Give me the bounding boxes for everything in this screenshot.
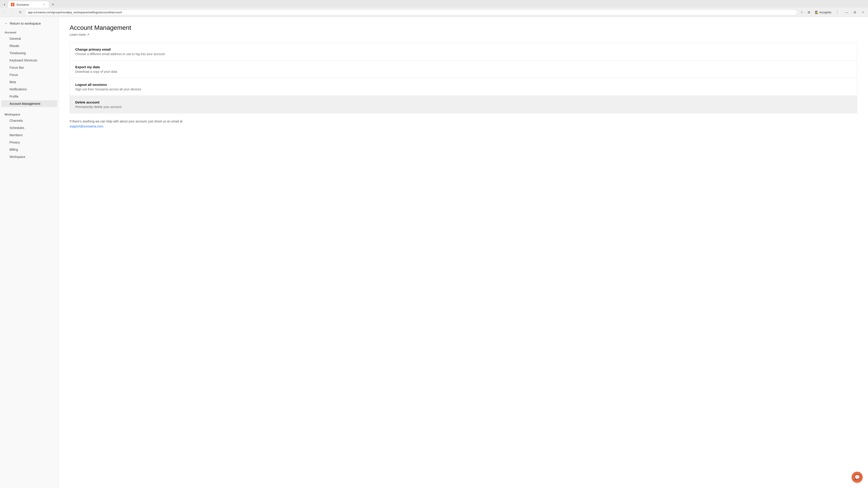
minimize-button[interactable]: — bbox=[844, 9, 850, 15]
help-text-content: If there's anything we can help with abo… bbox=[70, 120, 182, 123]
incognito-label: Incognito bbox=[819, 11, 831, 14]
delete-account-title: Delete account bbox=[75, 100, 851, 104]
incognito-button[interactable]: 🕵 Incognito bbox=[813, 10, 833, 15]
new-tab-button[interactable]: + bbox=[50, 1, 56, 8]
reload-button[interactable]: ↻ bbox=[17, 9, 24, 15]
support-email-link[interactable]: support@sunsama.com bbox=[70, 125, 103, 128]
sidebar-item-profile[interactable]: Profile bbox=[1, 93, 57, 100]
sidebar-item-privacy[interactable]: Privacy bbox=[1, 139, 57, 146]
sidebar-item-general[interactable]: General bbox=[1, 35, 57, 42]
tab-close-button[interactable]: × bbox=[42, 3, 46, 6]
learn-more-link[interactable]: Learn more ↗ bbox=[70, 33, 90, 36]
sidebar-item-channels[interactable]: Channels bbox=[1, 117, 57, 124]
export-data-card[interactable]: Export my data Download a copy of your d… bbox=[70, 60, 857, 78]
address-bar[interactable]: app.sunsama.com/group/moodjoy_workspace/… bbox=[25, 9, 797, 15]
browser-actions: ☆ ⊞ 🕵 Incognito ⋮ bbox=[799, 9, 840, 15]
chat-icon: 💬 bbox=[855, 475, 860, 480]
close-window-button[interactable]: × bbox=[860, 9, 866, 15]
learn-more-label: Learn more bbox=[70, 33, 86, 36]
change-email-title: Change primary email bbox=[75, 47, 851, 51]
logout-sessions-title: Logout all sessions bbox=[75, 83, 851, 87]
forward-button[interactable]: → bbox=[9, 9, 16, 15]
back-arrow-icon: ← bbox=[4, 22, 8, 25]
extensions-button[interactable]: ⊞ bbox=[806, 9, 812, 15]
sections-container: Change primary email Choose a different … bbox=[70, 43, 857, 113]
sidebar-item-workspace[interactable]: Workspace bbox=[1, 153, 57, 160]
help-text: If there's anything we can help with abo… bbox=[70, 119, 857, 129]
app-layout: ← Return to workspace Account General Ri… bbox=[0, 17, 868, 488]
main-content: Account Management Learn more ↗ Change p… bbox=[59, 17, 868, 488]
delete-account-card[interactable]: Delete account Permanently delete your a… bbox=[70, 96, 857, 113]
bookmark-button[interactable]: ☆ bbox=[799, 9, 805, 15]
page-title: Account Management bbox=[70, 24, 857, 31]
tab-favicon: S bbox=[11, 3, 14, 6]
support-chat-button[interactable]: 💬 bbox=[852, 472, 863, 483]
sidebar-item-focus[interactable]: Focus bbox=[1, 71, 57, 78]
incognito-icon: 🕵 bbox=[815, 11, 818, 14]
tab-title: Sunsama bbox=[16, 3, 41, 6]
sidebar-item-timeboxing[interactable]: Timeboxing bbox=[1, 50, 57, 57]
sidebar-item-notifications[interactable]: Notifications bbox=[1, 86, 57, 93]
back-button[interactable]: ← bbox=[2, 9, 8, 15]
delete-account-desc: Permanently delete your account bbox=[75, 105, 851, 109]
url-text: app.sunsama.com/group/moodjoy_workspace/… bbox=[28, 11, 794, 14]
change-email-desc: Choose a different email address to use … bbox=[75, 52, 851, 56]
sidebar-item-focus-bar[interactable]: Focus Bar bbox=[1, 64, 57, 71]
browser-chrome: ▾ S Sunsama × + ← → ↻ app.sunsama.com/gr… bbox=[0, 0, 868, 17]
account-section-label: Account bbox=[0, 29, 59, 35]
tab-bar: ▾ S Sunsama × + bbox=[0, 0, 868, 8]
export-data-desc: Download a copy of your data bbox=[75, 70, 851, 73]
sidebar-item-account-management[interactable]: Account Management bbox=[1, 100, 57, 107]
tab-list-button[interactable]: ▾ bbox=[2, 2, 7, 7]
export-data-title: Export my data bbox=[75, 65, 851, 69]
sidebar-item-schedules[interactable]: Schedules bbox=[1, 125, 57, 131]
return-to-workspace-link[interactable]: ← Return to workspace bbox=[0, 17, 59, 29]
logout-sessions-desc: Sign out from Sunsama across all your de… bbox=[75, 88, 851, 91]
sidebar: ← Return to workspace Account General Ri… bbox=[0, 17, 59, 488]
sidebar-item-beta[interactable]: Beta bbox=[1, 78, 57, 86]
sidebar-item-rituals[interactable]: Rituals bbox=[1, 42, 57, 49]
workspace-section-label: Workspace bbox=[0, 111, 59, 117]
return-label: Return to workspace bbox=[10, 22, 41, 25]
active-tab: S Sunsama × bbox=[8, 1, 49, 8]
restore-button[interactable]: ⧉ bbox=[852, 9, 858, 15]
browser-controls: ← → ↻ app.sunsama.com/group/moodjoy_work… bbox=[0, 8, 868, 17]
sidebar-item-members[interactable]: Members bbox=[1, 132, 57, 138]
sidebar-item-billing[interactable]: Billing bbox=[1, 146, 57, 153]
more-button[interactable]: ⋮ bbox=[834, 9, 840, 15]
change-email-card[interactable]: Change primary email Choose a different … bbox=[70, 43, 857, 60]
sidebar-item-keyboard-shortcuts[interactable]: Keyboard Shortcuts bbox=[1, 57, 57, 64]
external-link-icon: ↗ bbox=[87, 33, 90, 36]
logout-sessions-card[interactable]: Logout all sessions Sign out from Sunsam… bbox=[70, 78, 857, 96]
window-controls: — ⧉ × bbox=[844, 9, 866, 15]
